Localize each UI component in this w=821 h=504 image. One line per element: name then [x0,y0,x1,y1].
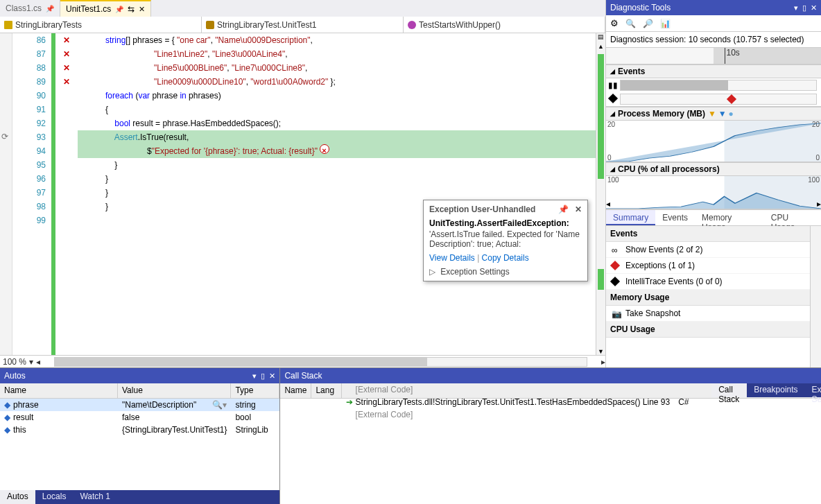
exceptions-link[interactable]: Exceptions (1 of 1) [606,258,821,274]
memory-section-header[interactable]: ◢ Process Memory (MB) ▼ ▼ ● [606,107,821,121]
window-position-icon[interactable]: ▾ [252,372,257,381]
pin-icon[interactable]: 📌 [558,205,569,214]
tab-unittest1[interactable]: UnitTest1.cs 📌 ⇆ ✕ [60,0,151,17]
code-editor[interactable]: ⟳ 8687888990919293949596979899 ✕✕✕✕ stri… [0,33,605,355]
horizontal-scrollbar[interactable] [54,357,587,367]
exception-marker-icon[interactable] [727,94,736,104]
breakpoint-margin[interactable]: ✕✕✕✕ [55,33,78,355]
editor-status-bar: 100 % ▾ ◂ ▸ [0,355,605,367]
tab-class1[interactable]: Class1.cs 📌 [0,0,60,17]
sync-icon[interactable]: ⟳ [1,132,8,141]
column-value[interactable]: Value [118,383,231,398]
events-group-header: Events [606,226,821,242]
exception-message: 'Assert.IsTrue failed. Expected for 'Nam… [429,229,582,249]
autos-row[interactable]: ◆this{StringLibraryTest.UnitTest1}String… [0,424,279,436]
exception-popup-header: Exception User-Unhandled [429,205,535,214]
cpu-section-header[interactable]: ◢ CPU (% of all processors) [606,162,821,176]
autos-row[interactable]: ◆phrase"Name\tDescription" 🔍▾string [0,399,279,411]
view-details-link[interactable]: View Details [429,253,475,263]
autos-grid[interactable]: ◆phrase"Name\tDescription" 🔍▾string◆resu… [0,399,279,490]
column-name[interactable]: Name [280,383,311,398]
intellitrace-link[interactable]: IntelliTrace Events (0 of 0) [606,274,821,290]
window-position-icon[interactable]: ▾ [794,3,798,12]
copy-details-link[interactable]: Copy Details [482,253,529,263]
column-lang[interactable]: Lang [311,383,341,398]
scroll-left-icon[interactable]: ◂ [36,357,40,367]
pause-icon: ▮▮ [606,80,620,90]
nav-method-dropdown[interactable]: TestStartsWithUpper() [404,17,605,33]
scroll-down-icon[interactable]: ▼ [596,348,605,355]
magnifier-icon[interactable]: 🔍▾ [212,400,227,410]
collapse-icon: ◢ [610,166,615,173]
autos-row[interactable]: ◆resultfalsebool [0,411,279,424]
column-type[interactable]: Type [231,383,279,398]
callstack-row[interactable]: [External Code] [342,383,712,396]
overview-ruler[interactable]: ▤ ▲ ▼ [596,33,605,355]
intellitrace-diamond-icon [606,94,620,104]
zoom-out-icon[interactable]: 🔎 [643,19,653,28]
reset-view-icon[interactable]: 📊 [660,19,671,28]
tab-summary[interactable]: Summary [606,210,655,225]
tab-watch1[interactable]: Watch 1 [73,490,117,504]
nav-project-dropdown[interactable]: StringLibraryTests [0,17,202,33]
tab-exception-settings[interactable]: Exception Settings [805,383,821,397]
error-icon[interactable] [320,144,329,154]
tab-callstack[interactable]: Call Stack [711,383,747,397]
cpu-chart[interactable]: 100 100 ◂ ▸ [606,176,821,209]
tab-breakpoints[interactable]: Breakpoints [747,383,804,397]
exception-popup: Exception User-Unhandled 📌 ✕ UnitTesting… [423,200,588,281]
scroll-left-icon[interactable]: ◂ [606,199,610,209]
take-snapshot-button[interactable]: 📷 Take Snapshot [606,306,821,322]
exception-settings-toggle[interactable]: ▷ Exception Settings [429,267,582,277]
nav-bar: StringLibraryTests StringLibraryTest.Uni… [0,17,605,33]
zoom-in-icon[interactable]: 🔍 [625,19,636,28]
tab-events[interactable]: Events [655,210,695,225]
pin-icon[interactable]: ▯ [802,3,806,12]
tab-autos[interactable]: Autos [0,490,35,504]
chevron-right-icon: ▷ [429,267,435,277]
close-icon[interactable]: ✕ [811,3,817,12]
intellitrace-diamond-icon [612,277,619,287]
zoom-level[interactable]: 100 % [3,357,26,367]
pin-icon[interactable]: 📌 [46,5,54,12]
chevron-down-icon[interactable]: ▾ [29,357,33,367]
tab-label: UnitTest1.cs [66,4,111,14]
callstack-row[interactable]: [External Code] [342,408,712,421]
tab-cpu-usage[interactable]: CPU Usage [764,210,821,225]
close-icon[interactable]: ✕ [575,205,582,214]
pin-icon[interactable]: 📌 [115,6,123,13]
callstack-row[interactable]: ➔StringLibraryTests.dll!StringLibraryTes… [342,396,712,408]
memory-chart[interactable]: 20 0 20 0 [606,121,821,162]
diagnostic-toolbar: ⚙ 🔍 🔎 📊 [606,15,821,32]
exception-type: UnitTesting.AssertFailedException: [429,218,582,228]
column-name[interactable]: Name [0,383,118,398]
vertical-scrollbar[interactable] [810,226,821,367]
diagnostic-tools-title: Diagnostic Tools ▾ ▯ ✕ [606,0,821,15]
cpu-usage-group-header: CPU Usage [606,322,821,338]
events-section-header[interactable]: ◢ Events [606,64,821,78]
code-lines[interactable]: string[] phrases = { "one car", "Name\u0… [78,33,596,355]
close-icon[interactable]: ✕ [139,5,145,14]
show-events-link[interactable]: ∞ Show Events (2 of 2) [606,242,821,258]
autos-title: Autos ▾ ▯ ✕ [0,368,279,383]
callstack-grid[interactable]: [External Code]➔StringLibraryTests.dll!S… [342,383,712,398]
intellitrace-track[interactable] [620,94,817,105]
tab-label: Class1.cs [6,3,42,13]
tab-memory-usage[interactable]: Memory Usage [695,210,764,225]
tab-locals[interactable]: Locals [35,490,74,504]
close-icon[interactable]: ✕ [269,372,275,381]
events-tracks: ▮▮ [606,78,821,107]
scroll-up-icon[interactable]: ▲ [596,43,605,50]
preview-icon: ⇆ [128,4,135,14]
scroll-right-icon[interactable]: ▸ [601,357,605,367]
scroll-right-icon[interactable]: ▸ [817,199,821,209]
timeline-ruler[interactable]: 10s [606,48,821,64]
break-track[interactable] [620,80,817,91]
sync-margin: ⟳ [0,33,12,355]
pin-icon[interactable]: ▯ [261,372,265,381]
gear-icon[interactable]: ⚙ [610,18,619,28]
split-icon[interactable]: ▤ [596,33,605,40]
collapse-icon: ◢ [610,68,615,75]
nav-class-dropdown[interactable]: StringLibraryTest.UnitTest1 [202,17,404,33]
autos-columns: Name Value Type [0,383,279,399]
